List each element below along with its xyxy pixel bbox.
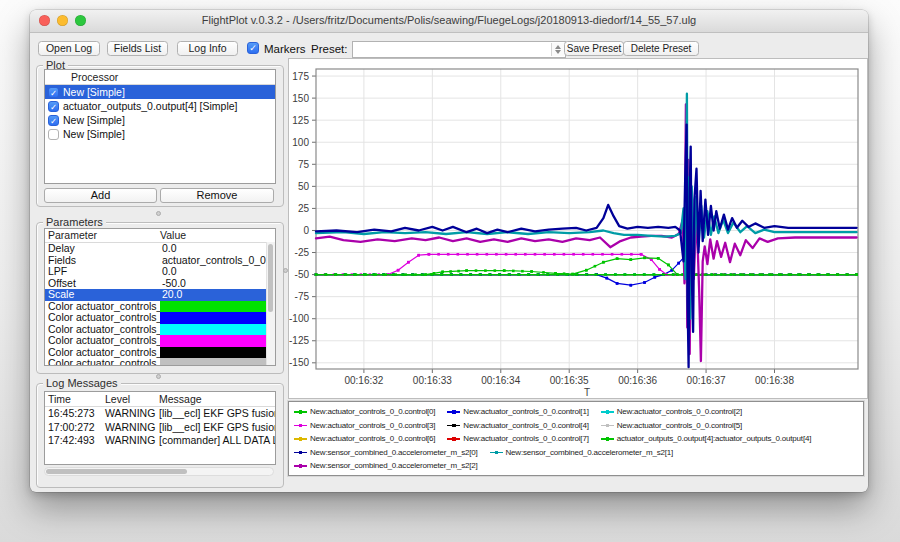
color-swatch[interactable] bbox=[160, 324, 275, 336]
log-message-row[interactable]: 16:45:273WARNING[lib__ecl] EKF GPS fusio… bbox=[45, 407, 275, 421]
log-scrollbar-thumb[interactable] bbox=[46, 469, 187, 474]
processor-table[interactable]: Processor New [Simple]actuator_outputs_0… bbox=[44, 69, 276, 184]
parameter-name: Color actuator_controls_0_... bbox=[45, 324, 160, 336]
svg-text:0: 0 bbox=[303, 225, 309, 236]
svg-text:-50: -50 bbox=[295, 269, 310, 280]
plot-canvas[interactable]: 1751501251007550250-25-50-75-100-125-150… bbox=[289, 59, 867, 398]
processor-checkbox[interactable] bbox=[48, 115, 59, 126]
legend-series-marker-icon bbox=[447, 435, 460, 442]
svg-text:00:16:33: 00:16:33 bbox=[413, 375, 452, 386]
svg-text:-150: -150 bbox=[289, 357, 309, 368]
parameter-row[interactable]: Color actuator_controls_0_... bbox=[45, 301, 275, 313]
legend-entry: New:sensor_combined_0.accelerometer_m_s2… bbox=[294, 461, 478, 470]
plot-panel: Plot Processor New [Simple]actuator_outp… bbox=[36, 65, 284, 207]
color-swatch[interactable] bbox=[160, 358, 275, 366]
color-swatch[interactable] bbox=[160, 312, 275, 324]
log-level: WARNING bbox=[105, 421, 159, 435]
color-swatch[interactable] bbox=[160, 335, 275, 347]
processor-checkbox[interactable] bbox=[48, 87, 59, 98]
svg-text:25: 25 bbox=[298, 203, 310, 214]
value-column-header: Value bbox=[160, 229, 186, 242]
processor-row[interactable]: New [Simple] bbox=[45, 127, 275, 141]
log-horizontal-scrollbar[interactable] bbox=[44, 467, 274, 476]
parameter-row[interactable]: Color actuator_controls_0_... bbox=[45, 312, 275, 324]
processor-checkbox[interactable] bbox=[48, 101, 59, 112]
processor-row[interactable]: New [Simple] bbox=[45, 113, 275, 127]
parameter-row[interactable]: Color actuator_controls_0_... bbox=[45, 358, 275, 366]
legend-row: New:sensor_combined_0.accelerometer_m_s2… bbox=[294, 459, 859, 473]
parameter-row[interactable]: Color actuator_controls_0_... bbox=[45, 347, 275, 359]
close-window-button[interactable] bbox=[39, 15, 50, 26]
parameter-value[interactable]: -50.0 bbox=[160, 278, 275, 290]
parameter-row[interactable]: Color actuator_controls_0_... bbox=[45, 324, 275, 336]
parameter-name: Color actuator_controls_0_... bbox=[45, 358, 160, 366]
parameter-row[interactable]: Scale20.0 bbox=[45, 289, 275, 301]
preset-combobox[interactable] bbox=[352, 41, 566, 58]
parameters-scrollbar-thumb[interactable] bbox=[268, 244, 273, 312]
legend-label: New:sensor_combined_0.accelerometer_m_s2… bbox=[506, 448, 674, 457]
minimize-window-button[interactable] bbox=[57, 15, 68, 26]
fields-list-button[interactable]: Fields List bbox=[107, 41, 168, 56]
processor-row[interactable]: actuator_outputs_0.output[4] [Simple] bbox=[45, 99, 275, 113]
parameter-value[interactable]: 20.0 bbox=[160, 289, 275, 301]
parameter-row[interactable]: LPF0.0 bbox=[45, 266, 275, 278]
legend-entry: New:actuator_controls_0_0.control[5] bbox=[601, 421, 742, 430]
parameters-table-header: Parameter Value bbox=[45, 229, 275, 243]
legend-series-marker-icon bbox=[601, 422, 614, 429]
color-swatch[interactable] bbox=[160, 347, 275, 359]
remove-processor-button[interactable]: Remove bbox=[160, 188, 274, 203]
legend-series-marker-icon bbox=[294, 449, 307, 456]
legend-series-marker-icon bbox=[447, 422, 460, 429]
window-titlebar[interactable]: FlightPlot v.0.3.2 - /Users/fritz/Docume… bbox=[30, 10, 868, 33]
legend-series-marker-icon bbox=[294, 422, 307, 429]
legend-entry: New:sensor_combined_0.accelerometer_m_s2… bbox=[294, 448, 478, 457]
processor-label: New [Simple] bbox=[63, 128, 125, 140]
open-log-button[interactable]: Open Log bbox=[38, 41, 100, 56]
log-message: [lib__ecl] EKF GPS fusion timeout - bbox=[159, 421, 275, 435]
legend-entry: New:actuator_controls_0_0.control[6] bbox=[294, 434, 435, 443]
processor-row[interactable]: New [Simple] bbox=[45, 85, 275, 99]
svg-text:-125: -125 bbox=[289, 335, 309, 346]
legend-entry: New:sensor_combined_0.accelerometer_m_s2… bbox=[490, 448, 674, 457]
parameter-row[interactable]: Color actuator_controls_0_... bbox=[45, 335, 275, 347]
parameter-value[interactable]: 0.0 bbox=[160, 266, 275, 278]
preset-stepper-icon[interactable] bbox=[551, 43, 564, 56]
parameter-name: Fields bbox=[45, 255, 160, 267]
color-swatch[interactable] bbox=[160, 301, 275, 313]
parameter-row[interactable]: Delay0.0 bbox=[45, 243, 275, 255]
legend-label: New:actuator_controls_0_0.control[2] bbox=[617, 407, 742, 416]
log-message-row[interactable]: 17:00:272WARNING[lib__ecl] EKF GPS fusio… bbox=[45, 421, 275, 435]
legend-row: New:actuator_controls_0_0.control[0]New:… bbox=[294, 405, 859, 419]
legend-entry: New:actuator_controls_0_0.control[1] bbox=[447, 407, 588, 416]
legend-entry: New:actuator_controls_0_0.control[7] bbox=[447, 434, 588, 443]
parameters-scrollbar[interactable] bbox=[266, 242, 275, 365]
zoom-window-button[interactable] bbox=[75, 15, 86, 26]
svg-text:125: 125 bbox=[292, 115, 309, 126]
legend-label: actuator_outputs_0.output[4]:actuator_ou… bbox=[617, 434, 812, 443]
desktop-background: { "window": { "title": "FlightPlot v.0.3… bbox=[0, 0, 900, 542]
markers-checkbox[interactable] bbox=[247, 42, 259, 54]
processor-checkbox[interactable] bbox=[48, 129, 59, 140]
legend-row: New:actuator_controls_0_0.control[3]New:… bbox=[294, 419, 859, 433]
log-messages-table[interactable]: Time Level Message 16:45:273WARNING[lib_… bbox=[44, 391, 276, 465]
legend-series-marker-icon bbox=[447, 408, 460, 415]
splitter-handle[interactable] bbox=[156, 211, 161, 216]
log-message-row[interactable]: 17:42:493WARNING[commander] ALL DATA LIN… bbox=[45, 434, 275, 448]
add-processor-button[interactable]: Add bbox=[44, 188, 157, 203]
splitter-handle[interactable] bbox=[283, 268, 288, 273]
delete-preset-button[interactable]: Delete Preset bbox=[623, 41, 699, 56]
flightplot-window: FlightPlot v.0.3.2 - /Users/fritz/Docume… bbox=[30, 10, 868, 492]
parameters-table[interactable]: Parameter Value Delay0.0Fieldsactuator_c… bbox=[44, 228, 276, 366]
save-preset-button[interactable]: Save Preset bbox=[564, 41, 624, 56]
parameter-row[interactable]: Offset-50.0 bbox=[45, 278, 275, 290]
chart-legend: New:actuator_controls_0_0.control[0]New:… bbox=[288, 401, 864, 476]
log-info-button[interactable]: Log Info bbox=[177, 41, 238, 56]
parameter-value[interactable]: 0.0 bbox=[160, 243, 275, 255]
log-time: 17:00:272 bbox=[45, 421, 105, 435]
processor-label: New [Simple] bbox=[63, 114, 125, 126]
parameter-value[interactable]: actuator_controls_0_0.con... bbox=[160, 255, 275, 267]
splitter-handle[interactable] bbox=[156, 374, 161, 379]
svg-text:75: 75 bbox=[298, 159, 310, 170]
legend-row: New:sensor_combined_0.accelerometer_m_s2… bbox=[294, 446, 859, 460]
parameter-row[interactable]: Fieldsactuator_controls_0_0.con... bbox=[45, 255, 275, 267]
